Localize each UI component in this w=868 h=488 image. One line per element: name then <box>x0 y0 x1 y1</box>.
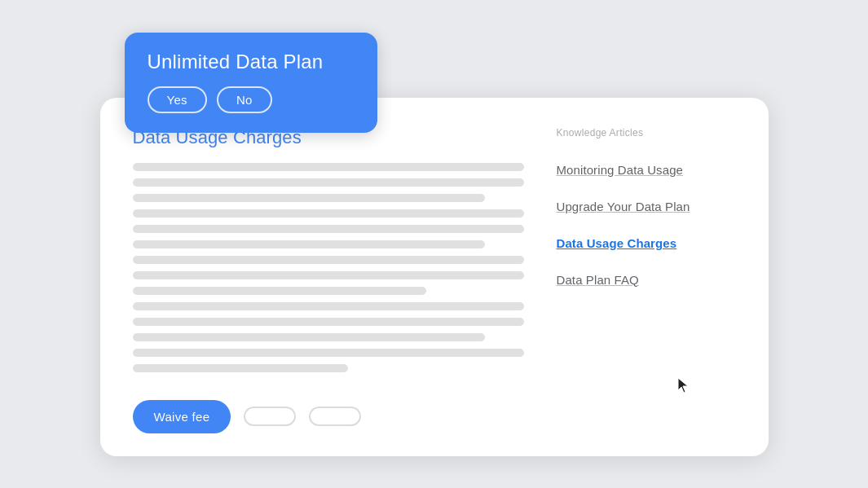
card-footer: Waive fee <box>133 392 736 433</box>
sidebar-link-charges[interactable]: Data Usage Charges <box>557 225 736 262</box>
yes-button[interactable]: Yes <box>148 86 207 113</box>
no-button[interactable]: No <box>217 86 272 113</box>
text-line <box>133 302 524 310</box>
secondary-button-1[interactable] <box>244 407 296 426</box>
waive-fee-button[interactable]: Waive fee <box>133 400 231 433</box>
tooltip-card: Unlimited Data Plan Yes No <box>125 33 377 133</box>
text-line <box>133 225 524 233</box>
text-lines <box>133 163 524 372</box>
text-line <box>133 256 524 264</box>
tooltip-buttons: Yes No <box>148 86 355 113</box>
secondary-button-2[interactable] <box>309 407 361 426</box>
sidebar-label: Knowledge Articles <box>557 127 736 138</box>
text-line <box>133 209 524 218</box>
text-line <box>133 287 426 295</box>
sidebar-link-faq[interactable]: Data Plan FAQ <box>557 262 736 298</box>
text-line <box>133 364 348 372</box>
text-line <box>133 240 485 248</box>
tooltip-title: Unlimited Data Plan <box>148 51 355 73</box>
text-line <box>133 271 524 279</box>
card-body: Data Usage Charges <box>133 127 736 372</box>
text-line <box>133 318 524 326</box>
sidebar-link-upgrade[interactable]: Upgrade Your Data Plan <box>557 188 736 225</box>
left-content: Data Usage Charges <box>133 127 524 372</box>
text-line <box>133 163 524 171</box>
sidebar-links: Monitoring Data Usage Upgrade Your Data … <box>557 152 736 298</box>
right-sidebar: Knowledge Articles Monitoring Data Usage… <box>557 127 736 372</box>
main-card: Data Usage Charges <box>100 98 769 456</box>
text-line <box>133 194 485 202</box>
text-line <box>133 178 524 187</box>
text-line <box>133 349 524 357</box>
text-line <box>133 333 485 341</box>
sidebar-link-monitoring[interactable]: Monitoring Data Usage <box>557 152 736 188</box>
